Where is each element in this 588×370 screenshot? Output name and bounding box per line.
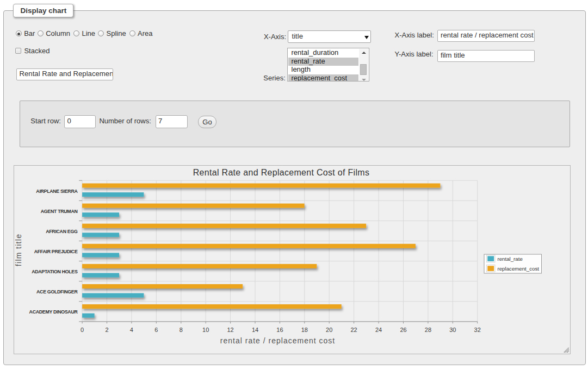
svg-text:AFFAIR PREJUDICE: AFFAIR PREJUDICE (34, 249, 77, 254)
svg-text:8: 8 (179, 327, 182, 333)
svg-text:4: 4 (129, 327, 133, 333)
svg-text:22: 22 (350, 327, 357, 333)
svg-text:0: 0 (81, 327, 84, 333)
svg-text:16: 16 (276, 327, 283, 333)
svg-text:ADAPTATION HOLES: ADAPTATION HOLES (32, 269, 78, 274)
svg-text:12: 12 (227, 327, 233, 333)
svg-text:28: 28 (424, 327, 431, 333)
svg-text:replacement_cost: replacement_cost (497, 266, 539, 272)
svg-text:AFRICAN EGG: AFRICAN EGG (46, 229, 78, 234)
svg-text:30: 30 (449, 327, 456, 333)
svg-text:20: 20 (326, 327, 332, 333)
svg-text:24: 24 (375, 327, 381, 333)
svg-text:10: 10 (202, 327, 209, 333)
svg-text:rental_rate: rental_rate (497, 256, 522, 262)
svg-text:AGENT TRUMAN: AGENT TRUMAN (40, 209, 77, 214)
svg-text:32: 32 (474, 327, 480, 333)
svg-text:rental rate / replacement cost: rental rate / replacement cost (220, 336, 335, 345)
svg-text:film title: film title (14, 234, 23, 266)
svg-text:2: 2 (105, 327, 108, 333)
svg-text:18: 18 (301, 327, 307, 333)
svg-text:ACADEMY DINOSAUR: ACADEMY DINOSAUR (29, 309, 78, 315)
svg-text:AIRPLANE SIERRA: AIRPLANE SIERRA (36, 189, 78, 194)
svg-text:14: 14 (251, 327, 258, 333)
svg-text:26: 26 (400, 327, 406, 333)
svg-text:ACE GOLDFINGER: ACE GOLDFINGER (36, 289, 78, 294)
svg-text:6: 6 (154, 327, 158, 333)
svg-text:Rental Rate and Replacement Co: Rental Rate and Replacement Cost of Film… (193, 168, 369, 177)
